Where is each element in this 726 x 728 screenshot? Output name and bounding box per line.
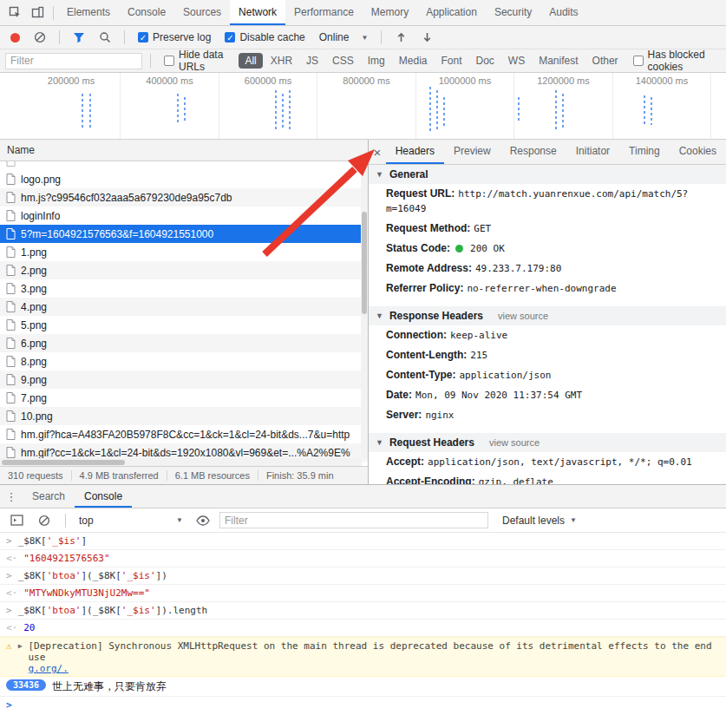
console-command[interactable]: >_$8K['_$is'] — [0, 533, 726, 550]
filter-funnel-icon[interactable] — [68, 26, 90, 49]
expand-triangle-icon[interactable]: ▶ — [18, 640, 23, 650]
type-filter-ws[interactable]: WS — [502, 53, 531, 69]
console-filter-input[interactable] — [219, 512, 488, 528]
request-row[interactable]: 3.png — [0, 279, 368, 298]
request-row[interactable]: 9.png — [0, 371, 368, 389]
disclosure-triangle-icon[interactable]: ▼ — [376, 438, 383, 447]
console-message[interactable]: 33436世上无难事，只要肯放弃 — [0, 677, 726, 697]
type-filter-all[interactable]: All — [239, 53, 262, 69]
request-row[interactable]: 2.png — [0, 261, 368, 279]
console-prompt[interactable]: > — [0, 697, 726, 714]
console-sidebar-icon[interactable] — [5, 509, 28, 532]
drawer-tab-search[interactable]: Search — [23, 485, 75, 508]
request-row[interactable]: 6.png — [0, 334, 368, 352]
console-result[interactable]: <·"1604921576563" — [0, 550, 726, 567]
tab-audits[interactable]: Audits — [540, 0, 586, 25]
file-icon — [6, 410, 16, 422]
section-header-response-headers[interactable]: ▼ Response Headersview source — [369, 306, 726, 325]
disclosure-triangle-icon[interactable]: ▼ — [376, 170, 383, 179]
tab-elements[interactable]: Elements — [58, 0, 119, 25]
horizontal-scrollbar[interactable] — [0, 458, 362, 466]
request-row[interactable]: 1.png — [0, 243, 368, 261]
tab-performance[interactable]: Performance — [285, 0, 363, 25]
console-command[interactable]: >_$8K['btoa'](_$8K['_$is']) — [0, 567, 726, 585]
details-tab-cookies[interactable]: Cookies — [670, 140, 726, 164]
file-icon — [6, 246, 16, 258]
view-source-link[interactable]: view source — [489, 437, 540, 448]
divider — [150, 54, 151, 68]
request-row[interactable]: 5?m=1604921576563&f=1604921551000 — [0, 225, 368, 243]
clear-console-icon[interactable] — [33, 509, 56, 532]
drawer-tab-console[interactable]: Console — [75, 485, 132, 508]
request-row-partial[interactable] — [0, 161, 368, 170]
clear-network-log-icon[interactable] — [29, 26, 51, 49]
view-source-link[interactable]: view source — [498, 311, 548, 321]
tab-memory[interactable]: Memory — [363, 0, 417, 25]
inspect-element-icon[interactable] — [3, 2, 26, 24]
console-result[interactable]: <·20 — [0, 620, 726, 637]
vertical-scrollbar[interactable] — [361, 161, 368, 458]
log-levels-dropdown[interactable]: Default levels ▼ — [502, 515, 577, 527]
javascript-context-dropdown[interactable]: top ▼ — [75, 515, 186, 527]
device-toolbar-icon[interactable] — [26, 2, 49, 24]
section-header-general[interactable]: ▼ General — [369, 165, 726, 184]
tab-console[interactable]: Console — [119, 0, 174, 25]
type-filter-other[interactable]: Other — [586, 53, 625, 69]
hide-data-urls-checkbox[interactable]: Hide data URLs — [164, 49, 230, 73]
console-result[interactable]: <·"MTYwNDkyMTU3NjU2Mw==" — [0, 585, 726, 602]
tab-application[interactable]: Application — [417, 0, 486, 25]
tab-sources[interactable]: Sources — [174, 0, 230, 25]
chevron-down-icon: ▼ — [570, 516, 577, 524]
scrollbar-thumb[interactable] — [362, 212, 367, 314]
details-tab-response[interactable]: Response — [500, 140, 566, 164]
section-header-request-headers[interactable]: ▼ Request Headersview source — [369, 433, 726, 452]
scrollbar-thumb[interactable] — [2, 460, 125, 465]
search-icon[interactable] — [94, 26, 116, 49]
request-row[interactable]: 5.png — [0, 316, 368, 334]
import-har-icon[interactable] — [389, 26, 412, 49]
network-filter-input[interactable] — [5, 53, 142, 69]
request-row[interactable]: loginInfo — [0, 207, 368, 225]
type-filter-css[interactable]: CSS — [326, 53, 360, 69]
header-name: Date: — [386, 389, 412, 401]
details-tab-headers[interactable]: Headers — [386, 140, 444, 164]
request-row[interactable]: 10.png — [0, 407, 368, 425]
close-icon[interactable]: × — [369, 145, 386, 160]
request-row[interactable]: 7.png — [0, 389, 368, 407]
type-filter-js[interactable]: JS — [300, 53, 324, 69]
type-filter-manifest[interactable]: Manifest — [533, 53, 584, 69]
details-tab-timing[interactable]: Timing — [619, 140, 670, 164]
type-filter-font[interactable]: Font — [435, 53, 468, 69]
request-row[interactable]: logo.png — [0, 170, 368, 188]
record-network-log-icon[interactable] — [10, 33, 20, 43]
divider — [381, 30, 382, 44]
finish-time: Finish: 35.9 min — [258, 470, 342, 481]
request-row[interactable]: hm.gif?hca=A483FA20B5978F8C&cc=1&ck=1&cl… — [0, 425, 368, 443]
warning-link[interactable]: g.org/. — [28, 663, 68, 674]
disable-cache-checkbox[interactable]: ✓ Disable cache — [225, 31, 304, 43]
network-overview-timeline[interactable]: 200000 ms400000 ms600000 ms800000 ms1000… — [0, 73, 726, 140]
live-expression-eye-icon[interactable] — [192, 509, 214, 532]
tab-network[interactable]: Network — [230, 0, 285, 25]
header-item: Content-Length:215 — [369, 345, 726, 365]
request-row[interactable]: 8.png — [0, 352, 368, 371]
request-row[interactable]: hm.js?c99546cf032aaa5a679230de9a95c7db — [0, 188, 368, 207]
details-tab-preview[interactable]: Preview — [444, 140, 500, 164]
console-command[interactable]: >_$8K['btoa'](_$8K['_$is']).length — [0, 602, 726, 620]
throttling-dropdown[interactable]: Online ▼ — [314, 31, 374, 43]
name-column-header[interactable]: Name — [0, 140, 368, 161]
more-options-icon[interactable]: ⋮ — [0, 490, 23, 503]
type-filter-xhr[interactable]: XHR — [265, 53, 298, 69]
type-filter-doc[interactable]: Doc — [470, 53, 500, 69]
request-row[interactable]: 4.png — [0, 298, 368, 316]
console-warning[interactable]: ⚠▶[Deprecation] Synchronous XMLHttpReque… — [0, 637, 726, 677]
blocked-cookies-checkbox[interactable]: Has blocked cookies — [633, 49, 716, 73]
tab-security[interactable]: Security — [486, 0, 540, 25]
details-tab-initiator[interactable]: Initiator — [566, 140, 619, 164]
type-filter-img[interactable]: Img — [362, 53, 391, 69]
header-item: Content-Type:application/json — [369, 365, 726, 385]
export-har-icon[interactable] — [415, 26, 438, 49]
preserve-log-checkbox[interactable]: ✓ Preserve log — [138, 31, 211, 43]
disclosure-triangle-icon[interactable]: ▼ — [376, 312, 383, 320]
type-filter-media[interactable]: Media — [393, 53, 434, 69]
